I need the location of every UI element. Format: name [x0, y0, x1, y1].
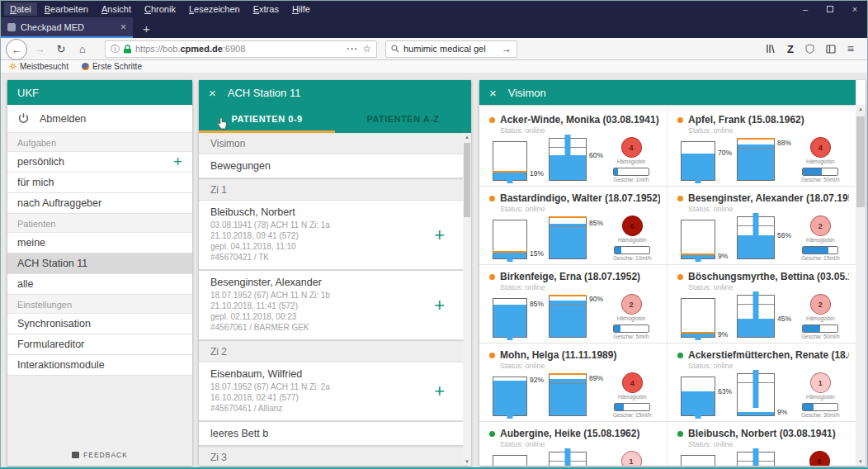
sidebar-item-alle[interactable]: alle: [7, 274, 192, 295]
tank-fill: [682, 391, 715, 415]
patient-row[interactable]: Eisenbaum, Wilfried18.07.1952 (67) ACH 1…: [199, 362, 463, 422]
card-charts: 70%88%4HämoglobinGeschw: 50ml/h: [681, 137, 849, 181]
scrollbar-thumb[interactable]: [464, 143, 470, 217]
menu-item-ansicht[interactable]: Ansicht: [96, 2, 137, 16]
menu-item-datei[interactable]: Datei: [4, 2, 37, 16]
speed-fill: [803, 325, 820, 332]
list-item[interactable]: leeres Bett b: [199, 422, 463, 447]
home-button[interactable]: ⌂: [73, 40, 92, 58]
speed-gauge: [802, 325, 838, 333]
close-window-button[interactable]: ×: [842, 1, 867, 17]
visimon-scrollbar[interactable]: ▲ ▼: [856, 105, 866, 466]
scroll-down-icon[interactable]: ▼: [463, 459, 471, 464]
sidebar-item-nach-auftraggeber[interactable]: nach Auftraggeber: [7, 193, 192, 214]
patient-row[interactable]: Besenginster, Alexander18.07.1952 (67) A…: [199, 271, 463, 341]
close-icon[interactable]: ×: [209, 86, 216, 100]
tank-percent-label: 60%: [589, 151, 603, 159]
sidebar-item-ach-station-11[interactable]: ACH Station 11: [7, 253, 192, 274]
visimon-patient-card[interactable]: Böschungsmyrthe, Bettina (03.05.1950)Sta…: [668, 265, 856, 343]
list-item[interactable]: Bewegungen: [199, 154, 463, 179]
menu-item-extras[interactable]: Extras: [248, 2, 285, 16]
reload-button[interactable]: ↻: [52, 40, 70, 58]
visimon-patient-card[interactable]: Apfel, Frank (15.08.1962)Status: online7…: [668, 108, 856, 187]
shield-icon[interactable]: [805, 44, 814, 54]
back-button[interactable]: ←: [6, 39, 27, 60]
sidebar-item-interaktionsmodule[interactable]: Interaktionsmodule: [7, 355, 192, 376]
minimize-button[interactable]: –: [793, 1, 818, 17]
card-charts: 85%90%2HämoglobinGeschw: 5ml/h: [493, 294, 660, 338]
sidebar-item-formulareditor[interactable]: Formulareditor: [7, 334, 192, 355]
visimon-patient-card[interactable]: Bastardindigo, Walter (18.07.1952)Status…: [479, 187, 668, 265]
menu-hamburger-icon[interactable]: ≡: [847, 42, 854, 55]
tab-patienten-a-z[interactable]: PATIENTEN A-Z: [335, 105, 471, 133]
window-titlebar: DateiBearbeitenAnsichtChronikLesezeichen…: [1, 1, 867, 17]
site-info-icon[interactable]: ⓘ: [111, 43, 120, 55]
navigation-toolbar: ← → ↻ ⌂ ⓘ https://bob.cpmed.de:6908 ··· …: [1, 38, 867, 60]
search-query[interactable]: humimic medical gel: [403, 44, 498, 54]
sidebar-item-f-r-mich[interactable]: für mich: [7, 173, 192, 193]
visimon-patient-card[interactable]: Besenginster, Alexander (18.07.1952)Stat…: [668, 187, 856, 265]
room-section-header: Zi 3: [199, 447, 463, 466]
zotero-icon[interactable]: Z: [787, 43, 794, 55]
hemoglobin-widget: 4HämoglobinGeschw: 50ml/h: [801, 137, 840, 182]
add-task-icon[interactable]: +: [434, 295, 445, 316]
sidebar-item-pers-nlich[interactable]: persönlich+: [7, 152, 192, 173]
status-dot: [677, 431, 683, 437]
forward-button[interactable]: →: [31, 40, 49, 58]
visimon-patient-card[interactable]: Aubergine, Heike (15.08.1962)Status: onl…: [479, 422, 668, 466]
sidebar-toggle-icon[interactable]: [826, 45, 836, 54]
speed-fill: [803, 168, 822, 175]
patient-name: Bleibusch, Norbert (03.08.1941): [688, 428, 836, 439]
library-icon[interactable]: [766, 44, 776, 54]
speed-fill: [803, 404, 814, 410]
tab-close-icon[interactable]: ×: [120, 21, 126, 33]
browser-tab[interactable]: Checkpad MED ×: [1, 17, 133, 38]
add-icon[interactable]: +: [173, 153, 182, 171]
status-text: Status: online: [688, 362, 849, 370]
visimon-patient-card[interactable]: Birkenfeige, Erna (18.07.1952)Status: on…: [479, 265, 668, 343]
station-scrollbar[interactable]: ▲ ▼: [463, 133, 471, 466]
add-task-icon[interactable]: +: [434, 381, 445, 402]
feedback-label: FEEDBACK: [83, 451, 128, 459]
sidebar-item-synchronisation[interactable]: Synchronisation: [7, 314, 192, 334]
menu-item-chronik[interactable]: Chronik: [139, 2, 182, 16]
new-tab-button[interactable]: +: [133, 19, 160, 38]
feedback-button[interactable]: FEEDBACK: [7, 451, 192, 459]
add-task-icon[interactable]: +: [434, 225, 445, 246]
visimon-patient-card[interactable]: Acker-Winde, Monika (03.08.1941)Status: …: [479, 108, 668, 187]
visimon-patient-card[interactable]: Mohn, Helga (11.11.1989)Status: online92…: [479, 343, 668, 422]
scroll-up-icon[interactable]: ▲: [856, 107, 866, 111]
tab-bar: Checkpad MED × +: [1, 17, 867, 38]
visimon-patient-card[interactable]: Bleibusch, Norbert (03.08.1941)Status: o…: [668, 422, 856, 466]
bookmark-meistbesucht[interactable]: Meistbesucht: [9, 62, 68, 71]
visimon-patient-card[interactable]: Ackerstiefmütterchen, Renate (18.07.1952…: [668, 343, 856, 422]
url-bar[interactable]: ⓘ https://bob.cpmed.de:6908 ··· ☆: [105, 40, 377, 58]
scroll-down-icon[interactable]: ▼: [856, 459, 866, 464]
scroll-up-icon[interactable]: ▲: [463, 135, 471, 140]
menu-item-bearbeiten[interactable]: Bearbeiten: [39, 2, 94, 16]
bookmark-star-icon[interactable]: ☆: [362, 43, 371, 54]
close-icon[interactable]: ×: [489, 86, 497, 100]
search-bar[interactable]: humimic medical gel →: [385, 40, 517, 58]
hemoglobin-circle: 1: [810, 372, 831, 393]
scrollbar-thumb[interactable]: [856, 116, 865, 207]
tank-lid-line: [738, 148, 774, 149]
menu-item-hilfe[interactable]: Hilfe: [286, 2, 316, 16]
tank-pole: [753, 291, 759, 324]
tank-fill: [682, 154, 715, 180]
sidebar-item-meine[interactable]: meine: [7, 233, 192, 253]
status-dot: [677, 196, 683, 201]
tank-orange-accent: [681, 332, 715, 334]
card-charts: 44%56%1HämoglobinGeschw: 5ml/h: [493, 451, 660, 466]
page-actions-icon[interactable]: ···: [347, 44, 358, 54]
search-go-icon[interactable]: →: [502, 43, 512, 54]
status-dot: [489, 196, 495, 201]
bookmark-erste-schritte[interactable]: Erste Schritte: [82, 62, 142, 71]
logout-button[interactable]: Abmelden: [7, 105, 192, 133]
patient-row[interactable]: Bleibusch, Norbert03.08.1941 (78) ACH 11…: [199, 201, 463, 271]
menu-item-lesezeichen[interactable]: Lesezeichen: [183, 2, 246, 16]
card-header: Bleibusch, Norbert (03.08.1941): [677, 428, 849, 439]
tank-percent-label: 19%: [530, 169, 544, 178]
maximize-button[interactable]: [818, 1, 842, 17]
hemoglobin-circle: 2: [621, 294, 642, 315]
